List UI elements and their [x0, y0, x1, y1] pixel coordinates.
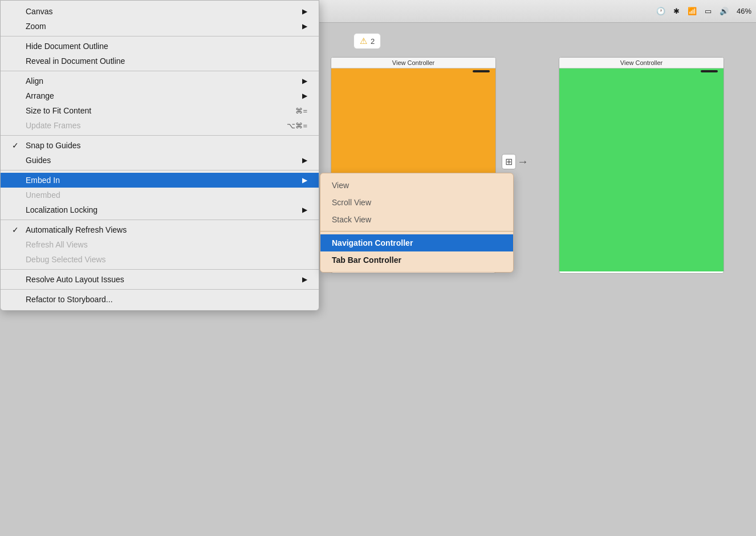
embed-in-container: Embed In ▶ View Scroll View Stack View N…: [1, 173, 319, 188]
menu-item-guides[interactable]: Guides ▶: [1, 153, 319, 168]
snap-guides-checkmark: ✓: [12, 141, 21, 150]
menu-item-refactor[interactable]: Refactor to Storyboard...: [1, 292, 319, 307]
scroll-view-label: Scroll View: [332, 198, 371, 207]
size-fit-shortcut: ⌘=: [295, 107, 307, 115]
resolve-arrow-icon: ▶: [302, 275, 307, 283]
sep4: [1, 170, 319, 170]
menu-item-refresh-all: Refresh All Views: [1, 237, 319, 252]
stack-view-label: Stack View: [332, 215, 371, 224]
wifi-icon: 📶: [688, 7, 697, 15]
auto-refresh-checkmark: ✓: [12, 225, 21, 234]
embed-in-arrow-icon: ▶: [302, 176, 307, 184]
nav-controller-label: Navigation Controller: [332, 238, 413, 247]
menu-item-reveal-doc[interactable]: Reveal in Document Outline: [1, 54, 319, 68]
snap-guides-label: Snap to Guides: [26, 141, 81, 150]
volume-icon: 🔊: [720, 7, 729, 15]
embed-in-label: Embed In: [26, 176, 60, 185]
view-label: View: [332, 181, 349, 190]
size-fit-label: Size to Fit Content: [26, 106, 91, 115]
auto-refresh-label: Automatically Refresh Views: [26, 225, 127, 234]
menu-item-snap-guides[interactable]: ✓ Snap to Guides: [1, 138, 319, 153]
menu-item-auto-refresh[interactable]: ✓ Automatically Refresh Views: [1, 222, 319, 237]
update-frames-label: Update Frames: [26, 121, 80, 130]
refresh-all-label: Refresh All Views: [26, 240, 88, 249]
submenu-item-tab-bar[interactable]: Tab Bar Controller: [320, 251, 513, 269]
warning-count: 2: [371, 37, 375, 46]
warning-badge: ⚠ 2: [353, 33, 381, 49]
menu-item-unembed: Unembed: [1, 188, 319, 202]
submenu-item-scroll-view[interactable]: Scroll View: [320, 194, 513, 211]
menubar-right: 🕐 ✱ 📶 ▭ 🔊 46%: [656, 7, 751, 15]
vc-green-body: [559, 68, 724, 271]
submenu-item-view[interactable]: View: [320, 177, 513, 194]
vc-arrow: ⊞ →: [502, 154, 529, 169]
arrow-connector-icon: ⊞: [502, 154, 516, 169]
resolve-label: Resolve Auto Layout Issues: [26, 275, 124, 284]
canvas-label: Canvas: [26, 7, 52, 16]
guides-arrow-icon: ▶: [302, 156, 307, 164]
airplay-icon: ▭: [705, 7, 712, 15]
sep2: [1, 71, 319, 71]
battery-label: 46%: [737, 7, 751, 15]
sep1: [1, 36, 319, 36]
canvas-arrow-icon: ▶: [302, 7, 307, 15]
menu-item-align[interactable]: Align ▶: [1, 74, 319, 88]
menu-item-resolve[interactable]: Resolve Auto Layout Issues ▶: [1, 272, 319, 287]
arrange-label: Arrange: [26, 91, 54, 100]
arrange-arrow-icon: ▶: [302, 92, 307, 100]
arrow-right-icon: →: [517, 155, 529, 168]
sep6: [1, 269, 319, 270]
vc-green-title: View Controller: [559, 58, 724, 68]
warning-icon: ⚠: [360, 36, 367, 46]
vc-orange-black-bar: [473, 70, 490, 72]
sep5: [1, 220, 319, 220]
menu-item-arrange[interactable]: Arrange ▶: [1, 88, 319, 103]
menu-item-localization[interactable]: Localization Locking ▶: [1, 202, 319, 217]
menu-item-hide-doc[interactable]: Hide Document Outline: [1, 39, 319, 54]
localization-arrow-icon: ▶: [302, 206, 307, 214]
vc-orange-title: View Controller: [331, 58, 495, 68]
tab-bar-label: Tab Bar Controller: [332, 255, 401, 265]
submenu-item-nav-controller[interactable]: Navigation Controller: [320, 234, 513, 251]
menu-item-canvas[interactable]: Canvas ▶: [1, 4, 319, 19]
vc-green: View Controller: [559, 57, 724, 274]
reveal-doc-label: Reveal in Document Outline: [26, 56, 125, 66]
sep7: [1, 289, 319, 290]
menu-item-update-frames: Update Frames ⌥⌘=: [1, 118, 319, 133]
submenu-sep: [320, 231, 513, 232]
menu-item-debug-selected: Debug Selected Views: [1, 252, 319, 267]
debug-selected-label: Debug Selected Views: [26, 255, 106, 264]
unembed-label: Unembed: [26, 190, 60, 200]
vc-green-black-bar: [701, 70, 718, 72]
editor-dropdown-menu: Canvas ▶ Zoom ▶ Hide Document Outline Re…: [0, 0, 319, 311]
embed-in-submenu: View Scroll View Stack View Navigation C…: [320, 173, 514, 273]
menu-item-embed-in[interactable]: Embed In ▶: [1, 173, 319, 188]
hide-doc-label: Hide Document Outline: [26, 42, 108, 51]
submenu-item-stack-view[interactable]: Stack View: [320, 211, 513, 228]
localization-label: Localization Locking: [26, 205, 97, 214]
refactor-label: Refactor to Storyboard...: [26, 295, 113, 304]
guides-label: Guides: [26, 156, 51, 165]
time-machine-icon: 🕐: [656, 7, 665, 15]
bluetooth-icon: ✱: [673, 7, 680, 15]
align-arrow-icon: ▶: [302, 77, 307, 85]
sep3: [1, 135, 319, 136]
zoom-arrow-icon: ▶: [302, 22, 307, 30]
zoom-label: Zoom: [26, 22, 46, 31]
menu-item-zoom[interactable]: Zoom ▶: [1, 19, 319, 34]
menu-item-size-fit[interactable]: Size to Fit Content ⌘=: [1, 103, 319, 118]
update-frames-shortcut: ⌥⌘=: [287, 121, 307, 130]
align-label: Align: [26, 76, 43, 86]
